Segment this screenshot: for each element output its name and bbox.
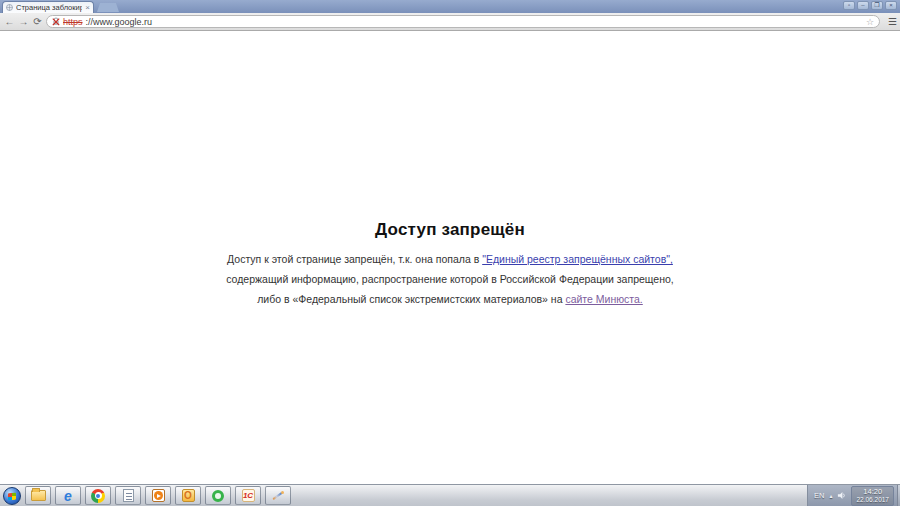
browser-toolbar: ← → ⟳ https://www.google.ru ☆ ☰ [0, 13, 900, 31]
chrome-icon [91, 489, 105, 503]
taskbar-app-1c[interactable]: 1С [235, 486, 261, 505]
message-line-1: Доступ к этой странице запрещён, т.к. он… [0, 249, 900, 269]
minimize-button[interactable]: – [857, 1, 869, 10]
broken-ssl-lock-icon [52, 17, 60, 26]
paintbrush-icon [271, 489, 285, 503]
restore-button[interactable]: ❐ [871, 1, 883, 10]
windows-logo-icon [8, 492, 16, 500]
forward-button[interactable]: → [17, 15, 30, 29]
system-tray: EN ▴ 14:20 22.06.2017 [807, 485, 897, 506]
url-text: ://www.google.ru [86, 17, 153, 27]
url-scheme-stricken: https [63, 17, 83, 27]
address-bar[interactable]: https://www.google.ru ☆ [46, 15, 880, 28]
bookmark-star-icon[interactable]: ☆ [866, 17, 874, 27]
hidden-icons-chevron-icon[interactable]: ▴ [829, 492, 832, 499]
document-icon [123, 489, 134, 502]
chrome-menu-icon[interactable]: ☰ [888, 16, 897, 27]
outlook-icon: O [182, 489, 195, 502]
minjust-site-link[interactable]: сайте Минюста. [565, 293, 642, 305]
internet-explorer-icon: e [64, 489, 72, 503]
taskbar-app-internet-explorer[interactable]: e [55, 486, 81, 505]
tab-blocked-page[interactable]: Страница заблокирован… × [2, 1, 94, 13]
new-tab-button[interactable] [97, 3, 119, 12]
window-controls: ▫ – ❐ × [843, 1, 897, 10]
back-button[interactable]: ← [3, 15, 16, 29]
1c-enterprise-icon: 1С [242, 489, 255, 502]
registry-link[interactable]: "Единый реестр запрещённых сайтов", [482, 253, 673, 265]
taskbar-app-notes[interactable] [115, 486, 141, 505]
taskbar-app-chrome[interactable] [85, 486, 111, 505]
tab-strip: Страница заблокирован… × ▫ – ❐ × [0, 0, 900, 13]
taskbar-app-outlook[interactable]: O [175, 486, 201, 505]
window-extra-button[interactable]: ▫ [843, 1, 855, 10]
taskbar-app-windows-explorer[interactable] [25, 486, 51, 505]
page-favicon-icon [6, 4, 13, 11]
browser-window: Страница заблокирован… × ▫ – ❐ × ← → ⟳ h… [0, 0, 900, 484]
taskbar-app-icq[interactable] [205, 486, 231, 505]
blocked-page-content: Доступ запрещён Доступ к этой странице з… [0, 32, 900, 484]
close-button[interactable]: × [885, 1, 897, 10]
message-line-2: содержащий информацию, распространение к… [0, 269, 900, 289]
page-title: Доступ запрещён [0, 220, 900, 240]
start-button[interactable] [3, 487, 21, 505]
taskbar-app-paint[interactable] [265, 486, 291, 505]
play-icon [152, 489, 165, 502]
clock-time: 14:20 [856, 488, 889, 496]
taskbar-app-media-player[interactable] [145, 486, 171, 505]
language-indicator[interactable]: EN [814, 491, 824, 500]
reload-button[interactable]: ⟳ [31, 15, 44, 29]
icq-flower-icon [212, 490, 224, 502]
volume-icon[interactable] [837, 491, 846, 500]
clock-date: 22.06.2017 [856, 496, 889, 504]
message-line-3: либо в «Федеральный список экстремистски… [0, 289, 900, 309]
folder-icon [31, 490, 46, 501]
taskbar-clock[interactable]: 14:20 22.06.2017 [851, 486, 894, 506]
block-message: Доступ к этой странице запрещён, т.к. он… [0, 249, 900, 309]
tab-title: Страница заблокирован… [16, 3, 82, 12]
taskbar: e O 1С EN ▴ 14:20 22.06.2017 [0, 484, 900, 506]
tab-close-icon[interactable]: × [85, 4, 90, 12]
